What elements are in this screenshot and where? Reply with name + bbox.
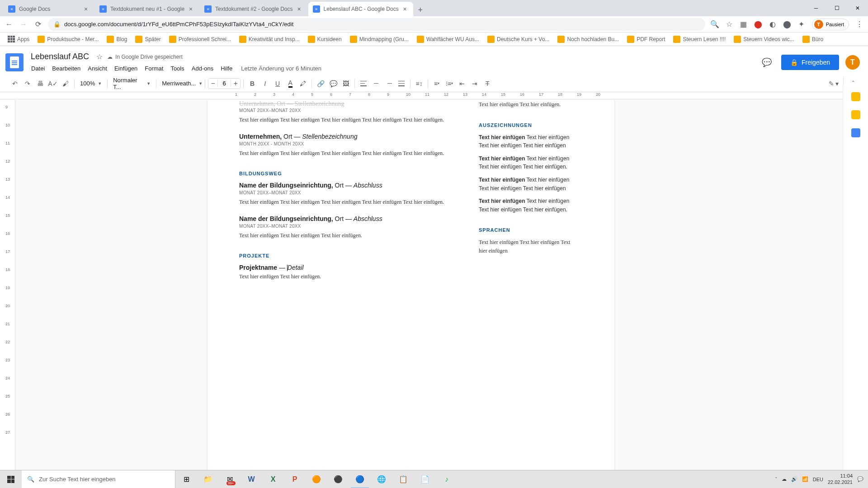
mail-icon[interactable]: ✉99+ — [219, 470, 241, 488]
close-icon[interactable]: × — [187, 5, 194, 13]
bookmark-item[interactable]: Blog — [104, 34, 130, 45]
browser-tab[interactable]: ≡ Lebenslauf ABC - Google Docs × — [308, 2, 413, 16]
taskbar-search[interactable]: 🔍 Zur Suche Text hier eingeben — [22, 470, 175, 488]
decrease-indent-button[interactable]: ⇤ — [456, 78, 468, 89]
reload-button[interactable]: ⟳ — [33, 20, 42, 29]
entry-title[interactable]: Unternehmen, Ort — Stellenbezeichnung — [239, 133, 452, 141]
undo-button[interactable]: ↶ — [9, 78, 21, 89]
profile-chip[interactable]: T Pausiert — [812, 19, 849, 30]
award-item[interactable]: Text hier einfügen Text hier einfügen Te… — [479, 133, 578, 150]
line-spacing-button[interactable]: ≡↕ — [413, 78, 425, 89]
bookmark-item[interactable]: Büro — [799, 34, 826, 45]
spotify-icon[interactable]: ♪ — [436, 470, 458, 488]
menu-view[interactable]: Ansicht — [85, 63, 110, 74]
menu-format[interactable]: Format — [142, 63, 166, 74]
award-item[interactable]: Text hier einfügen Text hier einfügen Te… — [479, 197, 578, 214]
entry-date[interactable]: MONTH 20XX - MONTH 20XX — [239, 141, 452, 146]
close-icon[interactable]: × — [296, 5, 303, 13]
menu-tools[interactable]: Tools — [167, 63, 187, 74]
zoom-icon[interactable]: 🔍 — [711, 20, 719, 28]
qr-icon[interactable]: ▦ — [740, 20, 748, 28]
new-tab-button[interactable]: + — [414, 4, 427, 16]
numbered-list-button[interactable]: ≡▾ — [431, 78, 443, 89]
document-page[interactable]: Unternehmen, Ort — Stellenbezeichnung MO… — [208, 100, 614, 473]
bold-button[interactable]: B — [246, 78, 258, 89]
styles-select[interactable]: Normaler T...▼ — [110, 78, 153, 89]
volume-icon[interactable]: 🔊 — [791, 476, 797, 482]
url-input[interactable]: 🔒 docs.google.com/document/d/1rYFd_eU6tt… — [48, 18, 705, 31]
edge-icon[interactable]: 🌐 — [371, 470, 392, 488]
horizontal-ruler[interactable]: 1234567891011121314151617181920 — [0, 92, 868, 99]
bookmark-item[interactable]: Wahlfächer WU Aus... — [414, 34, 482, 45]
onedrive-icon[interactable]: ☁ — [782, 476, 787, 482]
section-heading-projects[interactable]: PROJEKTE — [239, 253, 452, 258]
align-right-button[interactable] — [383, 78, 395, 89]
account-avatar[interactable]: T — [845, 55, 860, 70]
insert-link-button[interactable]: 🔗 — [315, 78, 326, 89]
network-icon[interactable]: 📶 — [802, 476, 808, 482]
close-window-button[interactable]: ✕ — [847, 0, 868, 16]
align-justify-button[interactable] — [396, 78, 407, 89]
share-button[interactable]: 🔒 Freigeben — [781, 55, 839, 70]
award-item[interactable]: Text hier einfügen Text hier einfügen Te… — [479, 176, 578, 192]
menu-edit[interactable]: Bearbeiten — [49, 63, 84, 74]
entry-date[interactable]: MONAT 20XX–MONAT 20XX — [239, 190, 452, 195]
bookmark-item[interactable]: Kreativität und Insp... — [236, 34, 303, 45]
tasks-icon[interactable] — [851, 128, 860, 137]
menu-addons[interactable]: Add-ons — [189, 63, 217, 74]
font-select[interactable]: Merriweath...▼ — [159, 78, 202, 89]
document-canvas[interactable]: Unternehmen, Ort — Stellenbezeichnung MO… — [15, 100, 868, 473]
vertical-ruler[interactable]: 9 10 11 12 13 14 15 16 17 18 19 20 21 22… — [0, 100, 15, 473]
entry-title[interactable]: Projektname — Detail — [239, 264, 452, 272]
section-heading-languages[interactable]: SPRACHEN — [479, 227, 578, 233]
menu-help[interactable]: Hilfe — [217, 63, 236, 74]
insert-comment-button[interactable]: 💬 — [327, 78, 339, 89]
editing-mode-button[interactable]: ✎ ▾ — [828, 78, 840, 89]
browser-tab[interactable]: ≡ Google Docs × — [4, 2, 94, 16]
award-item[interactable]: Text hier einfügen Text hier einfügen Te… — [479, 155, 578, 171]
extension-icon[interactable]: ◐ — [769, 20, 777, 28]
spellcheck-button[interactable]: A✓ — [47, 78, 59, 89]
languages-text[interactable]: Text hier einfügen Text hier einfügen Te… — [479, 238, 578, 255]
star-icon[interactable]: ☆ — [725, 20, 733, 28]
start-button[interactable] — [0, 470, 22, 488]
underline-button[interactable]: U — [272, 78, 283, 89]
notifications-icon[interactable]: 💬 — [857, 476, 863, 482]
italic-button[interactable]: I — [259, 78, 271, 89]
zoom-select[interactable]: 100%▼ — [77, 78, 104, 89]
app-icon[interactable]: 🟠 — [306, 470, 327, 488]
maximize-button[interactable]: ☐ — [826, 0, 847, 16]
entry-body[interactable]: Text hier einfügen Text hier einfügen Te… — [239, 116, 452, 124]
sidebar-text[interactable]: Text hier einfügen Text hier einfügen. — [479, 100, 578, 109]
document-title-input[interactable]: Lebenslauf ABC — [28, 51, 92, 62]
bookmark-item[interactable]: Steuern Lesen !!!! — [670, 34, 729, 45]
bookmark-item[interactable]: Später — [132, 34, 164, 45]
close-icon[interactable]: × — [82, 5, 90, 13]
browser-tab[interactable]: ≡ Textdokument #2 - Google Docs × — [200, 2, 307, 16]
back-button[interactable]: ← — [5, 20, 14, 29]
forward-button[interactable]: → — [19, 20, 28, 29]
clear-formatting-button[interactable]: T — [481, 78, 493, 89]
clock[interactable]: 11:04 22.02.2021 — [828, 473, 853, 485]
font-size-input[interactable]: 6 — [217, 80, 231, 87]
chrome-icon[interactable]: 🔵 — [349, 470, 371, 488]
bookmark-item[interactable]: Deutsche Kurs + Vo... — [484, 34, 552, 45]
bookmark-item[interactable]: Professionell Schrei... — [166, 34, 234, 45]
minimize-button[interactable]: ─ — [806, 0, 826, 16]
paint-format-button[interactable]: 🖌 — [60, 78, 71, 89]
entry-title[interactable]: Name der Bildungseinrichtung, Ort — Absc… — [239, 215, 452, 223]
entry-date[interactable]: MONAT 20XX–MONAT 20XX — [239, 224, 452, 229]
apps-button[interactable]: Apps — [5, 34, 33, 45]
decrease-font-button[interactable]: − — [208, 80, 217, 88]
language-indicator[interactable]: DEU — [813, 477, 823, 482]
entry-date[interactable]: MONAT 20XX–MONAT 20XX — [239, 108, 452, 113]
insert-image-button[interactable]: 🖼 — [340, 78, 352, 89]
section-heading-awards[interactable]: AUSZEICHNUNGEN — [479, 122, 578, 128]
bookmark-item[interactable]: Noch hochladen Bu... — [554, 34, 622, 45]
entry-body[interactable]: Text hier einfügen Text hier einfügen Te… — [239, 198, 452, 206]
menu-insert[interactable]: Einfügen — [111, 63, 141, 74]
entry-body[interactable]: Text hier einfügen Text hier einfügen. — [239, 272, 452, 281]
calendar-icon[interactable] — [851, 92, 860, 101]
file-explorer-icon[interactable]: 📁 — [197, 470, 219, 488]
extensions-icon[interactable]: ✦ — [797, 20, 806, 28]
